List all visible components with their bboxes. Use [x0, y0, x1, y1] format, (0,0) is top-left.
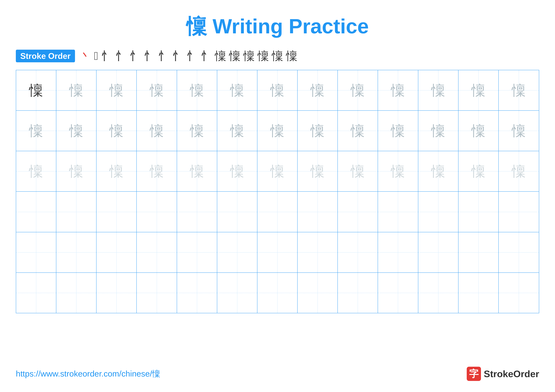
grid-cell-1-7[interactable]: 懍 [257, 70, 298, 110]
grid-cell-4-7[interactable] [257, 192, 298, 232]
practice-char: 懍 [270, 162, 284, 181]
grid-cell-5-4[interactable] [137, 232, 177, 272]
grid-cell-1-1[interactable]: 懍 [16, 70, 56, 110]
practice-char: 懍 [471, 81, 485, 100]
grid-cell-5-10[interactable] [378, 232, 418, 272]
grid-cell-3-6[interactable]: 懍 [217, 151, 257, 191]
stroke-order-row: Stroke Order 丶 𠂆 忄 忄 忄 忄 忄 忄 忄 忄 懍 懍 懍 懍… [16, 48, 539, 64]
grid-row-2[interactable]: 懍懍懍懍懍懍懍懍懍懍懍懍懍 [16, 111, 539, 151]
grid-row-1[interactable]: 懍懍懍懍懍懍懍懍懍懍懍懍懍 [16, 70, 539, 111]
grid-cell-3-8[interactable]: 懍 [298, 151, 338, 191]
grid-cell-1-9[interactable]: 懍 [338, 70, 378, 110]
grid-cell-1-8[interactable]: 懍 [298, 70, 338, 110]
grid-cell-4-10[interactable] [378, 192, 418, 232]
grid-cell-6-11[interactable] [418, 273, 459, 313]
grid-row-3[interactable]: 懍懍懍懍懍懍懍懍懍懍懍懍懍 [16, 151, 539, 192]
footer-url[interactable]: https://www.strokeorder.com/chinese/懍 [16, 368, 160, 379]
grid-row-5[interactable] [16, 232, 539, 273]
grid-cell-3-13[interactable]: 懍 [499, 151, 539, 191]
grid-cell-2-11[interactable]: 懍 [418, 111, 459, 151]
practice-char: 懍 [150, 81, 164, 100]
grid-cell-6-13[interactable] [499, 273, 539, 313]
grid-cell-6-12[interactable] [459, 273, 499, 313]
grid-cell-4-8[interactable] [298, 192, 338, 232]
grid-cell-3-12[interactable]: 懍 [459, 151, 499, 191]
grid-cell-1-13[interactable]: 懍 [499, 70, 539, 110]
grid-cell-2-1[interactable]: 懍 [16, 111, 56, 151]
grid-cell-4-1[interactable] [16, 192, 56, 232]
grid-cell-6-10[interactable] [378, 273, 418, 313]
grid-cell-6-7[interactable] [257, 273, 298, 313]
grid-cell-5-3[interactable] [96, 232, 137, 272]
grid-cell-2-13[interactable]: 懍 [499, 111, 539, 151]
practice-char: 懍 [391, 81, 405, 100]
practice-char: 懍 [512, 162, 526, 181]
grid-cell-2-2[interactable]: 懍 [56, 111, 96, 151]
grid-cell-3-2[interactable]: 懍 [56, 151, 96, 191]
grid-cell-5-8[interactable] [298, 232, 338, 272]
grid-row-6[interactable] [16, 273, 539, 313]
grid-cell-4-6[interactable] [217, 192, 257, 232]
grid-cell-1-11[interactable]: 懍 [418, 70, 459, 110]
grid-cell-3-10[interactable]: 懍 [378, 151, 418, 191]
practice-char: 懍 [150, 121, 164, 140]
grid-cell-2-3[interactable]: 懍 [96, 111, 137, 151]
practice-char: 懍 [351, 162, 365, 181]
practice-char: 懍 [110, 162, 124, 181]
practice-char: 懍 [391, 121, 405, 140]
grid-cell-2-5[interactable]: 懍 [177, 111, 217, 151]
grid-cell-1-4[interactable]: 懍 [137, 70, 177, 110]
grid-cell-5-2[interactable] [56, 232, 96, 272]
grid-cell-5-5[interactable] [177, 232, 217, 272]
stroke-9: 忄 [186, 48, 198, 64]
grid-cell-4-3[interactable] [96, 192, 137, 232]
grid-row-4[interactable] [16, 192, 539, 232]
grid-cell-1-5[interactable]: 懍 [177, 70, 217, 110]
practice-char: 懍 [190, 81, 204, 100]
grid-cell-2-12[interactable]: 懍 [459, 111, 499, 151]
grid-cell-1-2[interactable]: 懍 [56, 70, 96, 110]
grid-cell-3-3[interactable]: 懍 [96, 151, 137, 191]
grid-cell-5-1[interactable] [16, 232, 56, 272]
grid-cell-5-13[interactable] [499, 232, 539, 272]
grid-cell-6-3[interactable] [96, 273, 137, 313]
page: 懍 Writing Practice Stroke Order 丶 𠂆 忄 忄 … [0, 0, 555, 392]
grid-cell-2-8[interactable]: 懍 [298, 111, 338, 151]
stroke-sequence: 丶 𠂆 忄 忄 忄 忄 忄 忄 忄 忄 懍 懍 懍 懍 懍 懍 [80, 48, 539, 64]
grid-cell-2-9[interactable]: 懍 [338, 111, 378, 151]
grid-cell-5-9[interactable] [338, 232, 378, 272]
grid-cell-1-10[interactable]: 懍 [378, 70, 418, 110]
grid-cell-6-9[interactable] [338, 273, 378, 313]
grid-cell-6-4[interactable] [137, 273, 177, 313]
grid-cell-4-13[interactable] [499, 192, 539, 232]
grid-cell-5-6[interactable] [217, 232, 257, 272]
grid-cell-4-12[interactable] [459, 192, 499, 232]
grid-cell-4-4[interactable] [137, 192, 177, 232]
grid-cell-5-11[interactable] [418, 232, 459, 272]
grid-cell-1-12[interactable]: 懍 [459, 70, 499, 110]
grid-cell-3-9[interactable]: 懍 [338, 151, 378, 191]
grid-cell-2-6[interactable]: 懍 [217, 111, 257, 151]
grid-cell-3-7[interactable]: 懍 [257, 151, 298, 191]
grid-cell-4-9[interactable] [338, 192, 378, 232]
grid-cell-2-7[interactable]: 懍 [257, 111, 298, 151]
grid-cell-3-4[interactable]: 懍 [137, 151, 177, 191]
grid-cell-3-11[interactable]: 懍 [418, 151, 459, 191]
grid-cell-2-4[interactable]: 懍 [137, 111, 177, 151]
grid-cell-5-12[interactable] [459, 232, 499, 272]
grid-cell-6-8[interactable] [298, 273, 338, 313]
grid-cell-6-5[interactable] [177, 273, 217, 313]
grid-cell-6-6[interactable] [217, 273, 257, 313]
practice-char: 懍 [431, 162, 445, 181]
grid-cell-4-2[interactable] [56, 192, 96, 232]
grid-cell-3-5[interactable]: 懍 [177, 151, 217, 191]
grid-cell-3-1[interactable]: 懍 [16, 151, 56, 191]
grid-cell-4-5[interactable] [177, 192, 217, 232]
grid-cell-2-10[interactable]: 懍 [378, 111, 418, 151]
grid-cell-6-1[interactable] [16, 273, 56, 313]
grid-cell-4-11[interactable] [418, 192, 459, 232]
grid-cell-5-7[interactable] [257, 232, 298, 272]
grid-cell-6-2[interactable] [56, 273, 96, 313]
grid-cell-1-6[interactable]: 懍 [217, 70, 257, 110]
grid-cell-1-3[interactable]: 懍 [96, 70, 137, 110]
